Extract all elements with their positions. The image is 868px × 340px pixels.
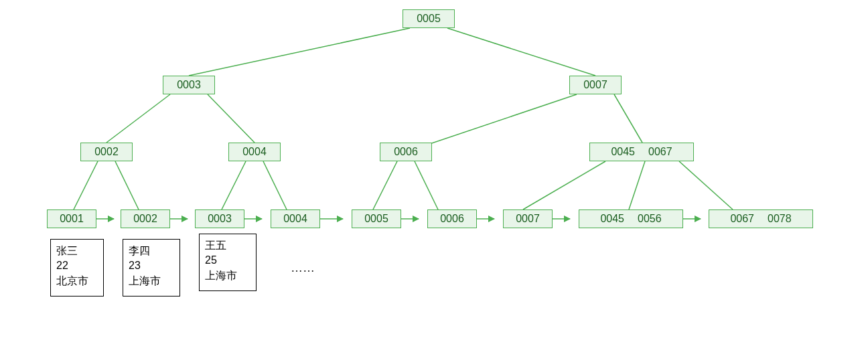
tree-node-l2-0: 0002 — [80, 143, 133, 161]
svg-line-10 — [373, 161, 397, 209]
record-age: 23 — [129, 258, 174, 273]
tree-leaf-2: 0003 — [195, 209, 244, 228]
record-city: 上海市 — [129, 274, 174, 288]
leaf-key: 0067 — [730, 213, 754, 225]
node-key: 0004 — [242, 146, 267, 158]
svg-line-8 — [222, 161, 246, 209]
svg-line-13 — [629, 161, 645, 209]
leaf-key: 0001 — [60, 213, 84, 225]
tree-leaf-8: 0067 0078 — [709, 209, 813, 228]
leaf-key: 0005 — [364, 213, 388, 225]
data-record-2: 王五 25 上海市 — [199, 234, 257, 291]
leaf-key: 0045 — [600, 213, 624, 225]
svg-line-2 — [106, 94, 170, 143]
leaf-key: 0004 — [283, 213, 307, 225]
records-ellipsis: …… — [291, 261, 315, 275]
node-key: 0003 — [177, 79, 201, 91]
tree-node-l1-left: 0003 — [163, 76, 215, 94]
svg-line-1 — [447, 28, 595, 76]
tree-root-node: 0005 — [403, 9, 455, 28]
leaf-key: 0006 — [440, 213, 464, 225]
svg-line-7 — [115, 161, 139, 209]
record-name: 王五 — [205, 238, 250, 253]
node-key: 0007 — [583, 79, 607, 91]
leaf-key: 0002 — [133, 213, 157, 225]
tree-leaf-6: 0007 — [503, 209, 553, 228]
record-age: 25 — [205, 253, 250, 268]
tree-leaf-3: 0004 — [271, 209, 320, 228]
leaf-key: 0003 — [208, 213, 232, 225]
tree-leaf-7: 0045 0056 — [579, 209, 683, 228]
svg-line-9 — [263, 161, 287, 209]
svg-line-0 — [189, 28, 410, 76]
tree-leaf-5: 0006 — [427, 209, 477, 228]
node-key: 0002 — [94, 146, 119, 158]
svg-line-12 — [523, 161, 605, 209]
node-key: 0006 — [394, 146, 418, 158]
record-city: 上海市 — [205, 268, 250, 283]
tree-node-l2-3: 0045 0067 — [589, 143, 694, 161]
leaf-key: 0078 — [768, 213, 792, 225]
leaf-key: 0056 — [638, 213, 662, 225]
record-name: 张三 — [56, 244, 98, 258]
record-city: 北京市 — [56, 274, 98, 288]
node-key: 0045 — [611, 146, 635, 158]
svg-line-5 — [614, 94, 642, 143]
data-record-0: 张三 22 北京市 — [50, 239, 104, 296]
svg-line-14 — [679, 161, 733, 209]
tree-leaf-0: 0001 — [47, 209, 96, 228]
svg-line-11 — [415, 161, 438, 209]
tree-leaf-1: 0002 — [121, 209, 170, 228]
node-key: 0067 — [648, 146, 672, 158]
node-key: 0005 — [417, 13, 441, 25]
svg-line-6 — [74, 161, 98, 209]
record-age: 22 — [56, 258, 98, 273]
tree-node-l1-right: 0007 — [569, 76, 622, 94]
record-name: 李四 — [129, 244, 174, 258]
tree-leaf-4: 0005 — [352, 209, 401, 228]
data-record-1: 李四 23 上海市 — [123, 239, 180, 296]
btree-diagram: { "tree": { "root": { "keys": ["0005"] }… — [0, 0, 868, 340]
tree-node-l2-2: 0006 — [380, 143, 432, 161]
tree-node-l2-1: 0004 — [228, 143, 281, 161]
leaf-key: 0007 — [516, 213, 540, 225]
svg-line-3 — [208, 94, 255, 143]
